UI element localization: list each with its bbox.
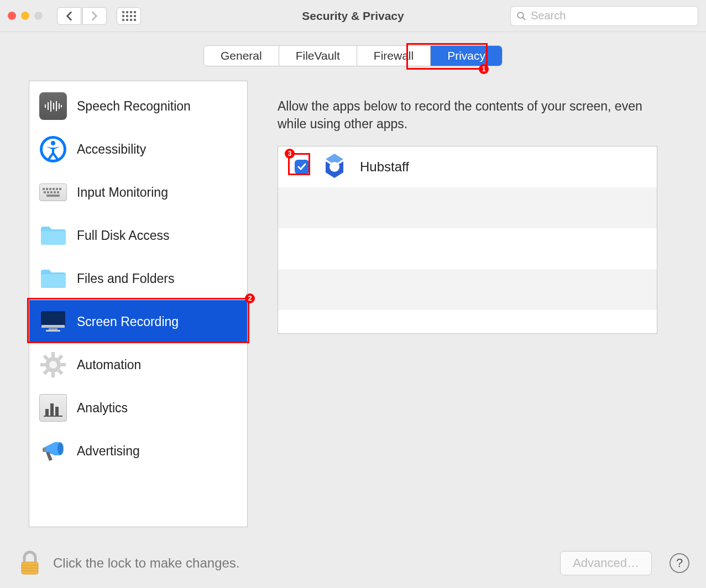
app-permission-list: Hubstaff 3 [278,146,657,334]
app-row-empty [278,269,657,310]
keyboard-icon [39,183,67,201]
sidebar-item-accessibility[interactable]: Accessibility [29,128,247,171]
annotation-badge-3: 3 [285,149,295,159]
svg-rect-21 [44,191,46,193]
grid-icon [122,11,136,21]
svg-rect-24 [54,191,56,193]
footer-bar: Click the lock to make changes. Advanced… [0,538,706,588]
tab-general[interactable]: General [204,46,279,66]
svg-rect-18 [53,188,55,190]
nav-buttons [57,7,107,25]
privacy-category-sidebar: Speech Recognition Accessibility Input M… [29,81,248,527]
svg-rect-23 [50,191,53,193]
app-checkbox-hubstaff[interactable] [295,160,309,174]
svg-point-49 [330,162,339,172]
search-input[interactable] [531,9,692,22]
svg-rect-27 [41,231,66,245]
app-row-empty [278,228,657,269]
back-button[interactable] [57,7,81,25]
sidebar-item-label: Screen Recording [77,314,179,329]
sidebar-item-label: Accessibility [77,142,146,157]
svg-rect-38 [61,363,66,366]
search-field[interactable] [510,6,698,26]
main-panel: Allow the apps below to record the conte… [258,81,677,527]
sidebar-item-label: Analytics [77,401,128,416]
app-row-hubstaff[interactable]: Hubstaff 3 [278,146,657,187]
lock-icon [17,550,43,576]
sidebar-item-full-disk-access[interactable]: Full Disk Access [29,214,247,257]
checkmark-icon [297,163,306,171]
sidebar-item-automation[interactable]: Automation [29,343,247,386]
sidebar-item-label: Advertising [77,444,140,459]
search-icon [516,11,526,21]
titlebar: Security & Privacy [0,0,706,32]
lock-hint-text: Click the lock to make changes. [53,555,550,571]
svg-point-11 [51,141,55,145]
forward-button[interactable] [82,7,107,25]
svg-rect-16 [46,188,48,190]
tab-bar: General FileVault Firewall Privacy [203,45,503,66]
svg-rect-30 [41,325,65,328]
folder-icon [39,222,67,249]
hubstaff-app-icon [319,151,350,182]
app-row-empty [278,187,657,228]
minimize-window-button[interactable] [21,12,29,20]
svg-rect-31 [49,328,57,330]
monitor-icon [39,308,67,335]
window-title: Security & Privacy [302,9,404,23]
traffic-lights [8,12,43,20]
svg-rect-22 [47,191,49,193]
svg-rect-15 [43,188,45,190]
close-window-button[interactable] [8,12,16,20]
gear-icon [39,351,67,379]
advanced-button[interactable]: Advanced… [560,551,652,575]
sidebar-item-label: Automation [77,358,141,372]
zoom-window-button[interactable] [34,12,43,20]
content-area: Speech Recognition Accessibility Input M… [0,70,706,538]
app-name-label: Hubstaff [360,159,409,175]
app-row-empty [278,310,657,334]
tabs-row: General FileVault Firewall Privacy 1 [0,32,706,70]
waveform-icon [39,92,67,120]
tab-privacy[interactable]: Privacy [431,46,502,66]
sidebar-item-label: Input Monitoring [77,185,168,200]
show-all-button[interactable] [117,7,141,25]
svg-rect-43 [45,409,49,416]
chevron-right-icon [91,11,98,21]
svg-rect-17 [49,188,51,190]
sidebar-item-screen-recording[interactable]: Screen Recording [29,300,247,343]
svg-rect-36 [51,372,55,377]
barchart-icon [39,394,67,422]
sidebar-item-speech-recognition[interactable]: Speech Recognition [29,85,247,128]
chevron-left-icon [65,11,73,21]
preferences-window: Security & Privacy General FileVault Fir… [0,0,706,588]
svg-rect-29 [41,312,65,327]
sidebar-item-label: Files and Folders [77,271,174,286]
svg-rect-28 [41,274,66,288]
svg-rect-48 [43,448,46,452]
svg-point-34 [49,361,57,369]
sidebar-item-files-and-folders[interactable]: Files and Folders [29,257,247,300]
accessibility-icon [39,135,67,163]
svg-rect-44 [50,403,54,416]
tab-filevault[interactable]: FileVault [279,46,357,66]
svg-rect-19 [56,188,58,190]
folder-icon [39,265,67,292]
sidebar-item-advertising[interactable]: Advertising [29,429,247,473]
sidebar-item-input-monitoring[interactable]: Input Monitoring [29,171,247,214]
sidebar-item-analytics[interactable]: Analytics [29,386,247,429]
svg-rect-25 [57,191,59,193]
svg-rect-32 [46,330,60,332]
megaphone-icon [39,437,67,465]
help-button[interactable]: ? [670,553,689,573]
svg-rect-45 [55,407,59,416]
svg-rect-20 [59,188,61,190]
svg-rect-35 [51,352,55,357]
svg-rect-26 [46,195,60,197]
lock-button[interactable] [17,550,43,576]
sidebar-item-label: Full Disk Access [77,228,169,243]
tab-firewall[interactable]: Firewall [357,46,431,66]
panel-description: Allow the apps below to record the conte… [258,81,677,146]
svg-rect-37 [40,363,45,366]
svg-line-1 [522,17,525,20]
